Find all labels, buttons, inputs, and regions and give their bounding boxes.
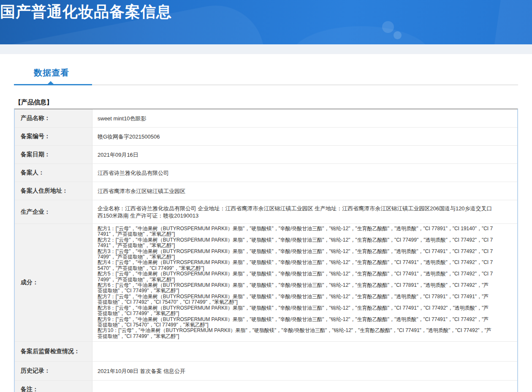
table-row-filer-address: 备案人住所地址： 江西省鹰潭市余江区锦江镇工业园区: [15, 182, 517, 200]
table-row-filing-date: 备案日期： 2021年09月16日: [15, 146, 517, 164]
formula-line: 配方9：["云母"，"牛油果树（BUTYROSPERMUM PARKII）果脂"…: [98, 317, 494, 328]
header-sub-strip: [0, 44, 532, 54]
table-row-product-name: 产品名称： sweet mint10色眼影: [15, 109, 517, 128]
formula-line: 配方4：["云母"，"牛油果树（BUTYROSPERMUM PARKII）果脂"…: [98, 260, 494, 271]
section-title-product-info: 【产品信息】: [15, 98, 518, 106]
row-value: 江西省鹰潭市余江区锦江镇工业园区: [92, 182, 517, 200]
row-value: 2021年10月08日 首次备案 信息公开: [92, 362, 517, 380]
tab-data-view[interactable]: 数据查看: [34, 67, 69, 79]
formula-line: 配方7：["云母"，"牛油果树（BUTYROSPERMUM PARKII）果脂"…: [98, 294, 494, 305]
banner-decoration-circle: [382, 21, 394, 33]
row-value: [92, 342, 517, 361]
product-info-table: 产品名称： sweet mint10色眼影 备案编号： 赣G妆网备字202150…: [14, 109, 518, 392]
main-content: 数据查看 【产品信息】 产品名称： sweet mint10色眼影 备案编号： …: [0, 67, 532, 392]
row-value: 企业名称：江西省诗兰雅化妆品有限公司 企业地址：江西省鹰潭市余江区锦江镇工业园区…: [92, 200, 517, 223]
row-label: 备案人：: [15, 164, 92, 182]
banner-decoration-circle: [394, 31, 402, 39]
table-row-filing-number: 备案编号： 赣G妆网备字2021500506: [15, 128, 517, 146]
table-row-filer: 备案人： 江西省诗兰雅化妆品有限公司: [15, 164, 517, 182]
row-value: 2021年09月16日: [92, 146, 517, 163]
formula-line: 配方5：["云母"，"牛油果树（BUTYROSPERMUM PARKII）果脂"…: [98, 271, 494, 283]
row-value: sweet mint10色眼影: [92, 109, 517, 127]
row-label: 产品名称：: [15, 109, 92, 127]
table-row-remarks: 备注：: [15, 381, 517, 392]
page-title: 国产普通化妆品备案信息: [0, 0, 532, 22]
row-label: 备案人住所地址：: [15, 182, 92, 200]
table-row-manufacturer: 生产企业： 企业名称：江西省诗兰雅化妆品有限公司 企业地址：江西省鹰潭市余江区锦…: [15, 200, 517, 224]
tab-arrow-up-icon: [48, 81, 54, 84]
formula-line: 配方8：["云母"，"牛油果树（BUTYROSPERMUM PARKII）果脂"…: [98, 305, 494, 317]
row-label: 备案日期：: [15, 146, 92, 163]
row-value-ingredients: 配方1：["云母"，"牛油果树（BUTYROSPERMUM PARKII）果脂"…: [92, 224, 517, 341]
formula-line: 配方3：["云母"，"牛油果树（BUTYROSPERMUM PARKII）果脂"…: [98, 249, 494, 260]
row-value: 江西省诗兰雅化妆品有限公司: [92, 164, 517, 182]
row-label: 成分：: [15, 224, 92, 341]
formula-line: 配方10：["云母"，"牛油果树（BUTYROSPERMUM PARKII）果脂…: [98, 328, 494, 339]
table-row-history: 历史记录： 2021年10月08日 首次备案 信息公开: [15, 362, 517, 381]
tab-bar: 数据查看: [14, 67, 518, 85]
table-row-post-filing-inspection: 备案后监督检查情况：: [15, 342, 517, 362]
row-label: 生产企业：: [15, 200, 92, 223]
row-value: 赣G妆网备字2021500506: [92, 128, 517, 145]
row-label: 备注：: [15, 381, 92, 392]
formula-line: 配方6：["云母"，"牛油果树（BUTYROSPERMUM PARKII）果脂"…: [98, 283, 494, 294]
formula-line: 配方2：["云母"，"牛油果树（BUTYROSPERMUM PARKII）果脂"…: [98, 237, 494, 249]
tab-underline-active: [14, 84, 92, 85]
row-label: 备案编号：: [15, 128, 92, 145]
row-label: 历史记录：: [15, 362, 92, 380]
tab-underline: [14, 84, 518, 85]
row-label: 备案后监督检查情况：: [15, 342, 92, 361]
formula-line: 配方1：["云母"，"牛油果树（BUTYROSPERMUM PARKII）果脂"…: [98, 226, 494, 237]
row-value: [92, 381, 517, 392]
table-row-ingredients: 成分： 配方1：["云母"，"牛油果树（BUTYROSPERMUM PARKII…: [15, 224, 517, 342]
page-header: 国产普通化妆品备案信息: [0, 0, 532, 44]
banner-decoration-ellipse: [291, 26, 431, 44]
